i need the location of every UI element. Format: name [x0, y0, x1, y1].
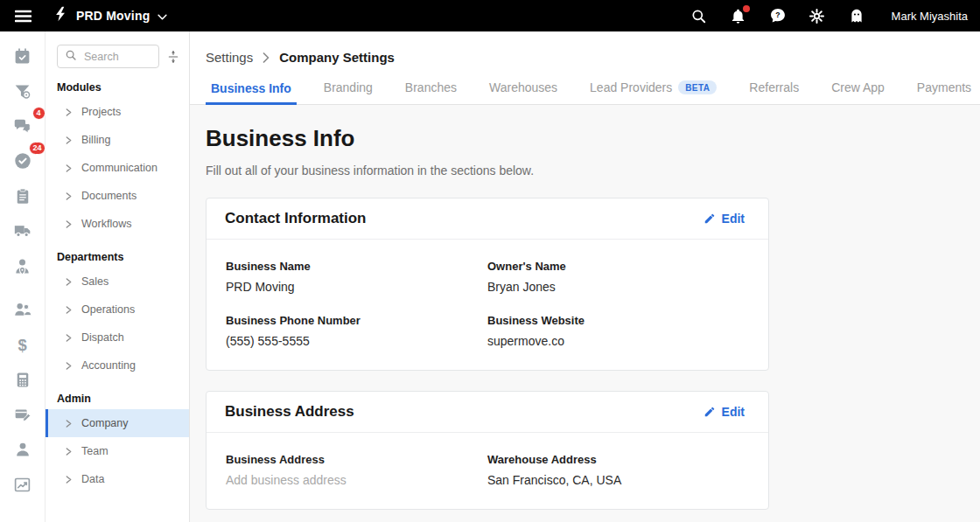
chevron-right-icon: [66, 448, 72, 456]
payment-edit-icon[interactable]: [5, 397, 40, 432]
sidebar-item-team[interactable]: Team: [46, 437, 189, 465]
svg-text:?: ?: [775, 10, 780, 19]
chat-badge: 4: [32, 107, 46, 120]
sidebar-item-label: Sales: [81, 275, 108, 288]
sidebar-item-label: Workflows: [81, 218, 131, 230]
sidebar-item-company[interactable]: Company: [46, 409, 189, 437]
chevron-right-icon: [66, 278, 72, 286]
tab-branding[interactable]: Branding: [318, 80, 378, 104]
tab-warehouses[interactable]: Warehouses: [484, 80, 563, 104]
supermove-logo: [52, 5, 68, 26]
page-title: Business Info: [206, 125, 980, 152]
sidebar-search-row: [46, 45, 189, 68]
breadcrumb: Settings Company Settings: [206, 50, 959, 65]
sidebar-item-label: Communication: [81, 162, 158, 174]
sidebar-item-label: Projects: [81, 106, 121, 118]
check-circle-icon[interactable]: 24: [5, 143, 40, 178]
sidebar-item-dispatch[interactable]: Dispatch: [46, 324, 189, 351]
chevron-right-icon: [66, 476, 72, 484]
sidebar-search[interactable]: [57, 45, 159, 68]
topbar: PRD Moving ? Mark Miyashita: [0, 0, 980, 31]
sidebar-item-label: Company: [81, 417, 129, 429]
breadcrumb-parent[interactable]: Settings: [206, 50, 253, 65]
sidebar-item-billing[interactable]: Billing: [46, 126, 189, 154]
topbar-actions: ? Mark Miyashita: [690, 6, 980, 25]
chevron-right-icon: [66, 108, 72, 116]
sidebar-item-label: Data: [81, 473, 104, 485]
sidebar-item-accounting[interactable]: Accounting: [46, 351, 189, 379]
chevron-right-icon: [66, 362, 72, 370]
edit-contact-information-button[interactable]: Edit: [698, 211, 750, 226]
search-icon[interactable]: [690, 6, 709, 25]
field-business-name: Business Name PRD Moving: [226, 260, 487, 294]
card-body: Business Name PRD Moving Owner's Name Br…: [206, 240, 768, 370]
card-header: Business Address Edit: [206, 392, 768, 433]
truck-icon[interactable]: [5, 213, 40, 248]
field-warehouse-address: Warehouse Address San Francisco, CA, USA: [487, 453, 749, 487]
card-body: Business Address Add business address Wa…: [206, 433, 768, 509]
field-business-address: Business Address Add business address: [226, 453, 487, 487]
breadcrumb-current: Company Settings: [279, 50, 395, 65]
tab-business-info[interactable]: Business Info: [206, 80, 297, 105]
chevron-right-icon: [66, 220, 72, 228]
chevron-right-icon: [66, 420, 72, 428]
chevron-right-icon: [66, 136, 72, 144]
search-input[interactable]: [82, 50, 151, 64]
settings-tabs: Business Info Branding Branches Warehous…: [206, 80, 959, 104]
sidebar-item-sales[interactable]: Sales: [46, 268, 189, 296]
tab-payments[interactable]: Payments: [912, 80, 976, 104]
crew-icon[interactable]: [5, 292, 40, 327]
pencil-icon: [704, 212, 716, 225]
card-title: Contact Information: [225, 210, 367, 227]
chat-bubbles-icon[interactable]: 4: [5, 108, 40, 143]
section-header-admin: Admin: [46, 379, 189, 409]
dollar-icon[interactable]: $: [5, 327, 40, 362]
notifications-bell-icon[interactable]: [729, 6, 748, 25]
menu-icon[interactable]: [0, 10, 46, 23]
card-header: Contact Information Edit: [206, 198, 768, 240]
clipboard-icon[interactable]: [5, 178, 40, 213]
company-switcher[interactable]: PRD Moving: [52, 5, 167, 26]
page-content: Business Info Fill out all of your busin…: [190, 105, 980, 522]
sidebar-item-label: Team: [81, 445, 108, 457]
sidebar-item-workflows[interactable]: Workflows: [46, 210, 189, 238]
sidebar-item-documents[interactable]: Documents: [46, 182, 189, 210]
beta-badge: BETA: [678, 80, 717, 94]
sidebar-item-communication[interactable]: Communication: [46, 154, 189, 182]
company-name: PRD Moving: [76, 9, 150, 23]
chevron-right-icon: [66, 306, 72, 314]
calendar-check-icon[interactable]: [5, 38, 40, 73]
notification-dot: [743, 5, 750, 12]
person-icon[interactable]: [5, 432, 40, 467]
sidebar-item-label: Billing: [81, 134, 110, 146]
tab-lead-providers[interactable]: Lead ProvidersBETA: [584, 80, 722, 104]
svg-text:$: $: [18, 336, 26, 354]
settings-gear-icon[interactable]: [808, 6, 827, 25]
chevron-down-icon: [158, 8, 167, 24]
user-name[interactable]: Mark Miyashita: [892, 10, 968, 23]
search-icon: [65, 49, 77, 65]
chart-icon[interactable]: [5, 467, 40, 502]
tab-crew-app[interactable]: Crew App: [826, 80, 890, 104]
funnel-icon[interactable]: [5, 73, 40, 108]
collapse-expand-icon[interactable]: [166, 49, 180, 65]
chevron-right-icon: [262, 52, 270, 63]
ghost-icon[interactable]: [847, 6, 866, 25]
calculator-icon[interactable]: [5, 362, 40, 397]
sidebar-item-label: Dispatch: [81, 331, 124, 344]
sidebar-item-projects[interactable]: Projects: [46, 98, 189, 126]
tab-branches[interactable]: Branches: [400, 80, 462, 104]
field-owners-name: Owner's Name Bryan Jones: [487, 260, 749, 294]
tasks-badge: 24: [29, 142, 45, 155]
edit-business-address-button[interactable]: Edit: [698, 404, 750, 420]
sidebar-item-label: Operations: [81, 303, 135, 316]
main-area: Settings Company Settings Business Info …: [190, 31, 980, 522]
sidebar-item-operations[interactable]: Operations: [46, 296, 189, 324]
field-business-phone-number: Business Phone Number (555) 555-5555: [226, 314, 487, 348]
page-subtitle: Fill out all of your business informatio…: [206, 164, 980, 177]
business-address-card: Business Address Edit Business Address A…: [206, 391, 769, 510]
help-icon[interactable]: ?: [768, 6, 788, 25]
sidebar-item-data[interactable]: Data: [46, 465, 189, 493]
tab-referrals[interactable]: Referrals: [744, 80, 804, 104]
person-pin-icon[interactable]: [5, 248, 40, 283]
